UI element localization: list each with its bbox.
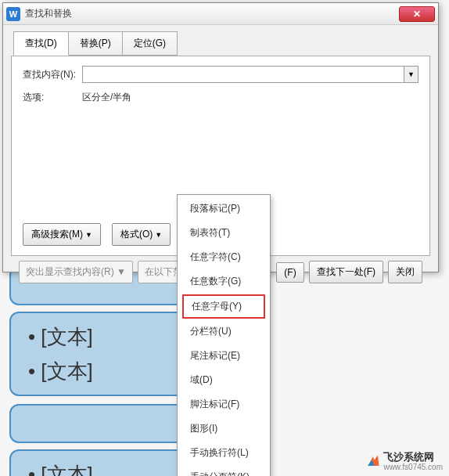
find-dropdown-arrow[interactable]: ▼ [404,66,418,83]
menu-item-manual-linebreak[interactable]: 手动换行符(L) [178,441,270,465]
option-value: 区分全/半角 [82,91,131,104]
close-button[interactable]: ✕ [399,6,435,22]
advanced-search-button[interactable]: 高级搜索(M) ▼ [23,223,101,246]
watermark-icon [366,454,380,468]
tab-find[interactable]: 查找(D) [13,31,69,56]
find-input[interactable] [82,66,404,83]
format-label: 格式(O) [120,228,153,241]
format-button[interactable]: 格式(O) ▼ [112,223,171,246]
close-icon: ✕ [413,9,421,20]
tab-goto[interactable]: 定位(G) [122,31,178,56]
close-dialog-button[interactable]: 关闭 [388,261,422,283]
menu-item-endnote-mark[interactable]: 尾注标记(E) [178,344,270,368]
menu-item-manual-pagebreak[interactable]: 手动分页符(K) [178,465,270,476]
app-icon: W [6,7,20,21]
chevron-down-icon: ▼ [85,231,92,239]
menu-item-paragraph-mark[interactable]: 段落标记(P) [178,197,270,221]
menu-item-tab-char[interactable]: 制表符(T) [178,221,270,245]
find-next-button[interactable]: 查找下一处(F) [309,261,383,283]
tab-replace[interactable]: 替换(P) [68,31,123,56]
menu-item-graphic[interactable]: 图形(I) [178,416,270,441]
highlight-label: 突出显示查找内容(R) [26,266,114,277]
find-prev-button[interactable]: (F) [276,262,304,283]
titlebar[interactable]: W 查找和替换 ✕ [3,3,438,25]
menu-item-column-break[interactable]: 分栏符(U) [178,319,270,344]
find-content-label: 查找内容(N): [23,68,82,81]
dialog-title: 查找和替换 [25,7,72,20]
advanced-label: 高级搜索(M) [31,228,83,241]
watermark: 飞沙系统网 www.fs0745.com [366,452,443,471]
menu-item-any-digit[interactable]: 任意数字(G) [178,269,270,294]
menu-item-any-char[interactable]: 任意字符(C) [178,245,270,269]
menu-item-footnote-mark[interactable]: 脚注标记(F) [178,392,270,416]
tab-bar: 查找(D) 替换(P) 定位(G) [13,31,430,55]
menu-item-field[interactable]: 域(D) [178,368,270,392]
highlight-results-button[interactable]: 突出显示查找内容(R) ▼ [19,261,133,283]
chevron-down-icon: ▼ [155,231,162,239]
options-label: 选项: [23,91,82,104]
special-format-menu: 段落标记(P) 制表符(T) 任意字符(C) 任意数字(G) 任意字母(Y) 分… [177,194,271,476]
watermark-title: 飞沙系统网 [383,452,443,463]
watermark-url: www.fs0745.com [383,463,443,471]
menu-item-any-letter[interactable]: 任意字母(Y) [182,294,265,319]
